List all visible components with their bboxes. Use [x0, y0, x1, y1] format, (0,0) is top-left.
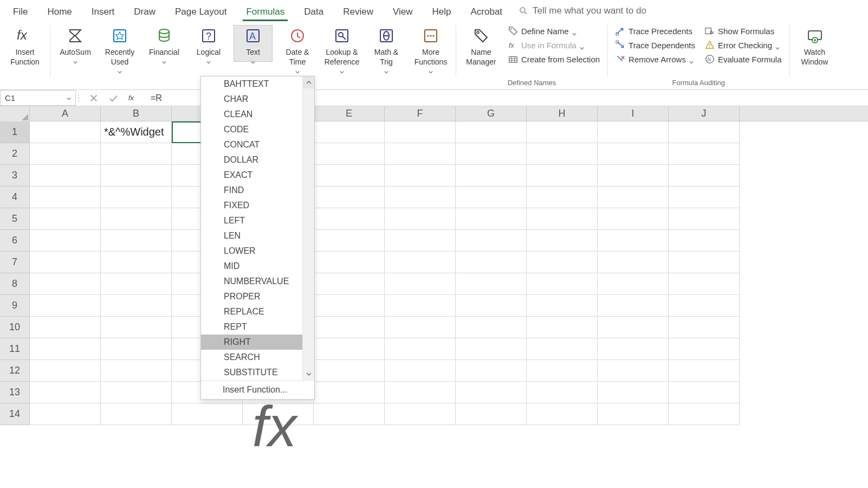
cell-G13[interactable]: [456, 382, 527, 403]
cell-E4[interactable]: [314, 187, 385, 208]
cell-H5[interactable]: [527, 208, 598, 230]
enter-formula-icon[interactable]: [108, 93, 118, 103]
cell-J6[interactable]: [669, 230, 740, 252]
fn-numbervalue[interactable]: NUMBERVALUE: [201, 274, 314, 289]
col-header-A[interactable]: A: [30, 106, 101, 121]
cell-H8[interactable]: [527, 273, 598, 295]
col-header-F[interactable]: F: [385, 106, 456, 121]
cell-A9[interactable]: [30, 295, 101, 317]
cell-H6[interactable]: [527, 230, 598, 252]
cell-H12[interactable]: [527, 360, 598, 382]
financial-button[interactable]: Financial: [145, 25, 184, 62]
cell-I6[interactable]: [598, 230, 669, 252]
col-header-J[interactable]: J: [669, 106, 740, 121]
cell-B11[interactable]: [101, 338, 172, 360]
cell-H4[interactable]: [527, 187, 598, 208]
cell-I3[interactable]: [598, 165, 669, 187]
col-header-E[interactable]: E: [314, 106, 385, 121]
cell-E10[interactable]: [314, 317, 385, 338]
cell-G6[interactable]: [456, 230, 527, 252]
cell-G3[interactable]: [456, 165, 527, 187]
row-header-12[interactable]: 12: [0, 360, 30, 382]
cell-J9[interactable]: [669, 295, 740, 317]
row-header-7[interactable]: 7: [0, 252, 30, 273]
error-checking-button[interactable]: Error Checking: [703, 39, 784, 51]
cell-H10[interactable]: [527, 317, 598, 338]
cell-G12[interactable]: [456, 360, 527, 382]
cell-I7[interactable]: [598, 252, 669, 273]
remove-arrows-button[interactable]: Remove Arrows: [613, 53, 697, 65]
cell-F6[interactable]: [385, 230, 456, 252]
recently-used-button[interactable]: RecentlyUsed: [100, 25, 139, 72]
cell-I14[interactable]: [598, 403, 669, 425]
cell-I8[interactable]: [598, 273, 669, 295]
cell-F14[interactable]: [385, 403, 456, 425]
cell-J7[interactable]: [669, 252, 740, 273]
select-all-corner[interactable]: [0, 106, 30, 121]
row-header-10[interactable]: 10: [0, 317, 30, 338]
cell-A1[interactable]: [30, 121, 101, 143]
cell-F2[interactable]: [385, 143, 456, 165]
fn-rept[interactable]: REPT: [201, 319, 314, 335]
cell-A3[interactable]: [30, 165, 101, 187]
col-header-I[interactable]: I: [598, 106, 669, 121]
fn-mid[interactable]: MID: [201, 259, 314, 274]
cell-A2[interactable]: [30, 143, 101, 165]
fn-proper[interactable]: PROPER: [201, 289, 314, 304]
cell-A10[interactable]: [30, 317, 101, 338]
text-button[interactable]: Text: [234, 25, 273, 62]
fn-clean[interactable]: CLEAN: [201, 107, 314, 122]
scroll-up-icon[interactable]: [303, 76, 314, 88]
fn-exact[interactable]: EXACT: [201, 168, 314, 183]
cell-G1[interactable]: [456, 121, 527, 143]
cell-E3[interactable]: [314, 165, 385, 187]
cell-E11[interactable]: [314, 338, 385, 360]
cell-J2[interactable]: [669, 143, 740, 165]
fn-left[interactable]: LEFT: [201, 213, 314, 228]
cell-I10[interactable]: [598, 317, 669, 338]
evaluate-formula-button[interactable]: Evaluate Formula: [703, 53, 784, 65]
fn-bahttext[interactable]: BAHTTEXT: [201, 76, 314, 92]
fn-len[interactable]: LEN: [201, 228, 314, 243]
cell-F7[interactable]: [385, 252, 456, 273]
row-header-14[interactable]: 14: [0, 403, 30, 425]
cell-G7[interactable]: [456, 252, 527, 273]
cell-E6[interactable]: [314, 230, 385, 252]
fx-icon[interactable]: [128, 93, 138, 103]
cell-B7[interactable]: [101, 252, 172, 273]
fn-dollar[interactable]: DOLLAR: [201, 152, 314, 168]
cell-F5[interactable]: [385, 208, 456, 230]
fn-char[interactable]: CHAR: [201, 92, 314, 107]
cell-A6[interactable]: [30, 230, 101, 252]
cell-F4[interactable]: [385, 187, 456, 208]
cell-H14[interactable]: [527, 403, 598, 425]
insert-function-button[interactable]: InsertFunction: [5, 25, 44, 67]
fn-right[interactable]: RIGHT: [201, 335, 314, 350]
scroll-down-icon[interactable]: [303, 368, 314, 380]
cell-B13[interactable]: [101, 382, 172, 403]
cell-B9[interactable]: [101, 295, 172, 317]
cell-G4[interactable]: [456, 187, 527, 208]
cell-A13[interactable]: [30, 382, 101, 403]
more-functions-button[interactable]: MoreFunctions: [411, 25, 450, 72]
row-header-8[interactable]: 8: [0, 273, 30, 295]
cell-B3[interactable]: [101, 165, 172, 187]
row-header-9[interactable]: 9: [0, 295, 30, 317]
row-header-2[interactable]: 2: [0, 143, 30, 165]
cell-G10[interactable]: [456, 317, 527, 338]
cell-H3[interactable]: [527, 165, 598, 187]
cell-H9[interactable]: [527, 295, 598, 317]
cell-E7[interactable]: [314, 252, 385, 273]
fn-find[interactable]: FIND: [201, 183, 314, 198]
math-trig-button[interactable]: Math &Trig: [367, 25, 406, 72]
fn-code[interactable]: CODE: [201, 122, 314, 137]
cell-J13[interactable]: [669, 382, 740, 403]
define-name-button[interactable]: Define Name: [506, 25, 602, 37]
name-box[interactable]: C1: [0, 90, 76, 106]
cell-A5[interactable]: [30, 208, 101, 230]
cell-F3[interactable]: [385, 165, 456, 187]
cell-F10[interactable]: [385, 317, 456, 338]
row-header-11[interactable]: 11: [0, 338, 30, 360]
name-manager-button[interactable]: NameManager: [462, 25, 501, 67]
cell-G11[interactable]: [456, 338, 527, 360]
